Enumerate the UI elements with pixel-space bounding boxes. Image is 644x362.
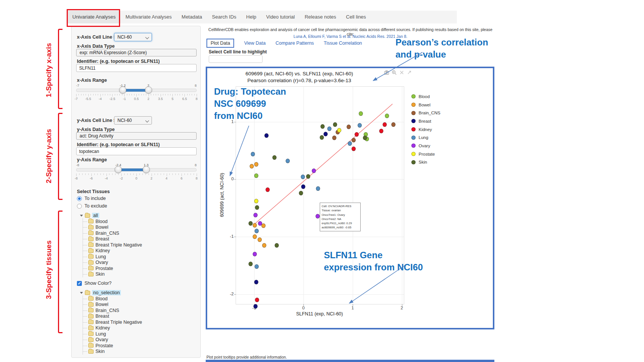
step1-annotation: 1-Specify x-axis: [45, 32, 53, 108]
tab-compare-patterns[interactable]: Compare Patterns: [275, 41, 314, 46]
scatter-point-breast[interactable]: [264, 133, 269, 138]
tree-item-skin[interactable]: Skin: [83, 349, 142, 355]
scatter-point-lung[interactable]: [358, 123, 362, 128]
y-slider-handle-high[interactable]: [142, 166, 150, 173]
highlight-cell-line-input[interactable]: [209, 55, 263, 63]
scatter-point-ovary[interactable]: [312, 169, 316, 173]
y-slider-handle-low[interactable]: [115, 166, 122, 173]
tree-expander-icon[interactable]: [80, 292, 83, 294]
scatter-point-kidney[interactable]: [355, 132, 359, 137]
show-color-checkbox[interactable]: ✓ Show Color?: [77, 281, 112, 286]
scatter-point-bowel[interactable]: [253, 223, 257, 228]
x-slider-handle-low[interactable]: [119, 86, 126, 94]
tree-item-kidney[interactable]: Kidney: [83, 248, 142, 254]
tree-item-brain-cns[interactable]: Brain_CNS: [83, 230, 142, 236]
legend-item-bowel[interactable]: Bowel: [411, 101, 441, 109]
scatter-point-kidney[interactable]: [383, 122, 387, 127]
include-radio[interactable]: To include: [77, 196, 106, 201]
nav-tab-multivariate-analyses[interactable]: Multivariate Analyses: [120, 11, 177, 23]
tree-item-label: Lung: [95, 254, 106, 259]
scatter-point-kidney[interactable]: [379, 129, 383, 133]
y-range-slider[interactable]: -88-2.41.3-8-6-4-202468: [76, 163, 197, 181]
x-identifier-input[interactable]: SLFN11: [76, 64, 197, 72]
tree-root-all[interactable]: all: [80, 212, 142, 218]
scatter-point-skin[interactable]: [320, 135, 324, 140]
close-icon[interactable]: [399, 70, 404, 75]
scatter-point-breast[interactable]: [324, 132, 328, 136]
legend-label: Bowel: [419, 103, 430, 107]
scatter-point-skin[interactable]: [363, 136, 367, 140]
legend-item-kidney[interactable]: Kidney: [411, 125, 441, 134]
tree-item-skin[interactable]: Skin: [83, 272, 142, 278]
tree-item-breast[interactable]: Breast: [83, 236, 142, 242]
scatter-point-lung[interactable]: [286, 159, 290, 163]
scatter-point-skin[interactable]: [333, 122, 337, 127]
exclude-radio[interactable]: To exclude: [77, 203, 107, 209]
scatter-point-breast[interactable]: [254, 280, 258, 284]
tree-item-blood[interactable]: Blood: [83, 218, 142, 225]
x-slider-tick-label: -2.5: [109, 97, 116, 101]
legend-item-prostate[interactable]: Prostate: [411, 150, 441, 158]
step3-bracket: [58, 211, 63, 333]
camera-icon[interactable]: [384, 70, 389, 75]
tree-item-bowel[interactable]: Bowel: [83, 302, 142, 308]
scatter-point-skin[interactable]: [320, 124, 325, 129]
tree-item-lung[interactable]: Lung: [83, 331, 142, 337]
tree-item-brain-cns[interactable]: Brain_CNS: [83, 307, 142, 314]
tab-view-data[interactable]: View Data: [244, 41, 266, 46]
tree-item-bowel[interactable]: Bowel: [83, 225, 142, 231]
tree-item-prostate[interactable]: Prostate: [83, 343, 142, 349]
tab-plot-data[interactable]: Plot Data: [206, 39, 234, 48]
x-slider-handle-high[interactable]: [145, 86, 152, 94]
tree-item-lung[interactable]: Lung: [83, 254, 142, 260]
tree-item-label: Breast Triple Negative: [95, 320, 142, 325]
nav-tab-cell-lines[interactable]: Cell lines: [341, 11, 371, 23]
tree-item-ovary[interactable]: Ovary: [83, 260, 142, 266]
tree-item-blood[interactable]: Blood: [83, 296, 142, 302]
x-data-type-select[interactable]: exp: mRNA Expression (Z-Score): [76, 49, 197, 56]
nav-tab-release-notes[interactable]: Release notes: [300, 11, 341, 23]
scatter-point-bowel[interactable]: [258, 237, 262, 242]
scatter-point-bowel[interactable]: [250, 164, 254, 169]
drug-callout: Drug: Topotecan NSC 609699 from NCI60: [214, 86, 286, 122]
y-slider-fill: [118, 169, 146, 171]
nav-tab-metadata[interactable]: Metadata: [177, 11, 207, 23]
nav-tab-search-ids[interactable]: Search IDs: [207, 11, 241, 23]
scatter-point-skin[interactable]: [272, 155, 277, 160]
nav-tab-help[interactable]: Help: [241, 11, 261, 23]
zoom-in-icon[interactable]: [392, 70, 397, 75]
scatter-point-bowel[interactable]: [254, 162, 258, 167]
scatter-point-skin[interactable]: [299, 191, 303, 195]
legend-item-lung[interactable]: Lung: [411, 133, 441, 142]
legend-item-blood[interactable]: Blood: [411, 92, 441, 101]
scatter-point-ovary[interactable]: [253, 252, 257, 256]
legend-item-skin[interactable]: Skin: [411, 158, 441, 167]
scatter-point-ovary[interactable]: [316, 214, 320, 218]
scatter-point-lung[interactable]: [348, 141, 352, 146]
scatter-point-prostate[interactable]: [254, 199, 258, 203]
scatter-point-kidney[interactable]: [352, 147, 356, 151]
tree-item-breast-triple-negative[interactable]: Breast Triple Negative: [83, 319, 142, 325]
tree-item-kidney[interactable]: Kidney: [83, 325, 142, 331]
nav-tab-video-tutorial[interactable]: Video tutorial: [261, 11, 300, 23]
tree-root-no-selection[interactable]: no_selection: [80, 290, 142, 296]
legend-item-ovary[interactable]: Ovary: [411, 142, 441, 150]
y-data-type-select[interactable]: act: Drug Activity: [76, 132, 197, 140]
tree-item-breast[interactable]: Breast: [83, 314, 142, 320]
tab-tissue-correlation[interactable]: Tissue Correlation: [324, 41, 362, 46]
scatter-point-kidney[interactable]: [266, 187, 270, 192]
legend-item-brain-cns[interactable]: Brain_CNS: [411, 109, 441, 117]
expand-icon[interactable]: [407, 70, 412, 75]
x-range-slider[interactable]: -78-1.22-7-5.5-4-2.5-10.523.556.58: [76, 84, 197, 102]
tree-item-ovary[interactable]: Ovary: [83, 337, 142, 343]
tree-item-breast-triple-negative[interactable]: Breast Triple Negative: [83, 242, 142, 248]
tree-item-prostate[interactable]: Prostate: [83, 265, 142, 272]
scatter-point-bowel[interactable]: [262, 243, 266, 248]
tree-expander-icon[interactable]: [80, 215, 83, 217]
y-identifier-input[interactable]: topotecan: [76, 147, 197, 155]
scatter-point-lung[interactable]: [251, 152, 255, 156]
legend-item-breast[interactable]: Breast: [411, 117, 441, 125]
y-cell-line-set-select[interactable]: NCI-60: [114, 116, 152, 125]
x-cell-line-set-select[interactable]: NCI-60: [114, 33, 152, 41]
y-slider-tick-label: -4: [105, 176, 108, 180]
